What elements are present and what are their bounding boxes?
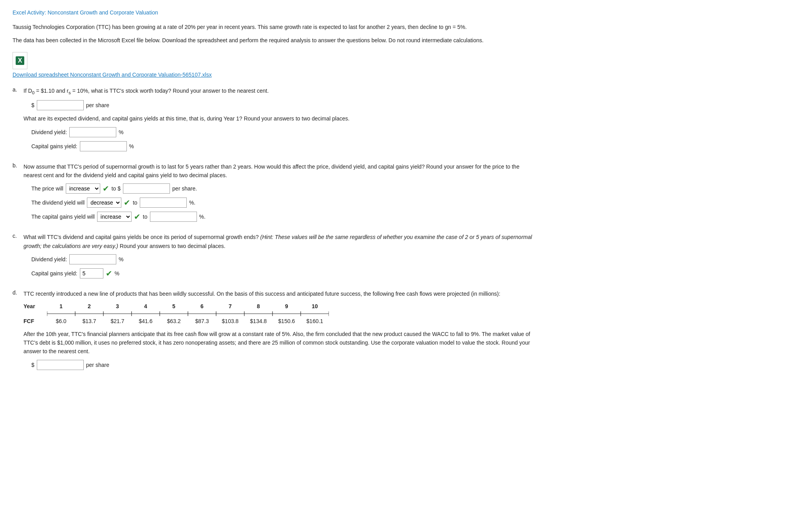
year-5: 5: [160, 303, 188, 309]
fcf-val-2: $13.7: [75, 318, 103, 324]
year-3: 3: [103, 303, 132, 309]
section-c-capital-gains-row: Capital gains yield: ✔ %: [31, 268, 536, 278]
capital-gains-unit-a: %: [129, 143, 134, 149]
section-b-price-row: The price will increase decrease ✔ to $ …: [31, 183, 536, 194]
section-a-capital-gains-row: Capital gains yield: %: [31, 141, 536, 151]
download-link[interactable]: Download spreadsheet Nonconstant Growth …: [13, 72, 212, 78]
year-4: 4: [132, 303, 160, 309]
fcf-val-4: $41.6: [132, 318, 160, 324]
section-b: b. Now assume that TTC's period of super…: [13, 162, 536, 226]
year-label: Year: [23, 303, 47, 309]
timeline-line-container: [47, 310, 536, 317]
section-c-hint-paren: (Hint: These values will be the same reg…: [23, 234, 532, 249]
fcf-val-1: $6.0: [47, 318, 75, 324]
section-b-cg-row: The capital gains yield will increase de…: [31, 212, 536, 222]
div-yield-will-label: The dividend yield will: [31, 199, 85, 206]
dividend-yield-input-c[interactable]: [69, 254, 116, 264]
capital-gains-label-c: Capital gains yield:: [31, 270, 78, 277]
dividend-yield-unit-c: %: [119, 256, 123, 262]
section-d-content: TTC recently introduced a new line of pr…: [23, 289, 536, 374]
section-a-content: If D0 = $1.10 and rs = 10%, what is TTC'…: [23, 86, 536, 155]
dollar-sign-d: $: [31, 362, 34, 368]
timeline-row: [23, 310, 536, 317]
section-a: a. If D0 = $1.10 and rs = 10%, what is T…: [13, 86, 536, 155]
price-check-icon: ✔: [103, 185, 109, 192]
year-2: 2: [75, 303, 103, 309]
price-value-input[interactable]: [123, 183, 170, 194]
fcf-val-5: $63.2: [160, 318, 188, 324]
fcf-val-7: $103.8: [216, 318, 244, 324]
cg-value-input[interactable]: [150, 212, 197, 222]
dividend-yield-label-a: Dividend yield:: [31, 129, 67, 135]
intro-sub-n: n: [448, 24, 451, 30]
fcf-val-10: $160.1: [301, 318, 329, 324]
year-7: 7: [216, 303, 244, 309]
dividend-yield-unit-a: %: [119, 129, 123, 135]
year-numbers-row: 1 2 3 4 5 6 7 8 9 10: [47, 303, 536, 309]
timeline-svg: [47, 310, 329, 317]
stock-worth-input-d[interactable]: [37, 360, 84, 370]
year-1: 1: [47, 303, 75, 309]
div-unit-label: %.: [189, 199, 195, 206]
price-will-label: The price will: [31, 185, 63, 192]
fcf-val-9: $150.6: [272, 318, 301, 324]
fcf-year-header-row: Year 1 2 3 4 5 6 7 8 9 10: [23, 303, 536, 309]
cg-check-icon: ✔: [134, 213, 141, 221]
section-a-sub-question: What are its expected dividend, and capi…: [23, 114, 536, 123]
fcf-numbers: $6.0 $13.7 $21.7 $41.6 $63.2 $87.3 $103.…: [47, 318, 536, 324]
div-direction-dropdown[interactable]: decrease increase: [87, 198, 121, 208]
stock-worth-input[interactable]: [37, 100, 84, 110]
div-check-icon: ✔: [124, 199, 130, 207]
intro-paragraph-2: The data has been collected in the Micro…: [13, 36, 536, 45]
section-c-question: What will TTC's dividend and capital gai…: [23, 233, 536, 250]
year-9: 9: [272, 303, 301, 309]
capital-gains-unit-c: %: [115, 270, 119, 277]
capital-gains-label-a: Capital gains yield:: [31, 143, 78, 149]
year-6: 6: [188, 303, 216, 309]
section-a-dividend-yield-row: Dividend yield: %: [31, 127, 536, 137]
dividend-yield-input-a[interactable]: [69, 127, 116, 137]
cg-unit-label: %.: [199, 214, 206, 220]
section-c-dividend-yield-row: Dividend yield: %: [31, 254, 536, 264]
div-to-label: to: [133, 199, 137, 206]
fcf-table-area: Year 1 2 3 4 5 6 7 8 9 10: [23, 303, 536, 324]
section-d: d. TTC recently introduced a new line of…: [13, 289, 536, 374]
year-8: 8: [244, 303, 272, 309]
section-d-question: TTC recently introduced a new line of pr…: [23, 289, 536, 298]
fcf-val-3: $21.7: [103, 318, 132, 324]
section-a-question: If D0 = $1.10 and rs = 10%, what is TTC'…: [23, 86, 536, 96]
div-yield-value-input[interactable]: [140, 198, 187, 208]
section-a-stock-worth-row: $ per share: [31, 100, 536, 110]
cg-direction-dropdown[interactable]: increase decrease: [97, 212, 132, 222]
fcf-val-6: $87.3: [188, 318, 216, 324]
price-unit-label: per share.: [172, 185, 197, 192]
section-d-letter: d.: [13, 289, 23, 296]
price-direction-dropdown[interactable]: increase decrease: [66, 183, 100, 194]
fcf-label: FCF: [23, 318, 47, 324]
excel-download-area: X: [13, 52, 536, 69]
hint-italic: Hint:: [262, 234, 273, 240]
section-c-letter: c.: [13, 233, 23, 239]
excel-x-symbol: X: [16, 56, 24, 65]
section-c: c. What will TTC's dividend and capital …: [13, 233, 536, 282]
section-b-letter: b.: [13, 162, 23, 169]
section-b-content: Now assume that TTC's period of supernor…: [23, 162, 536, 226]
excel-icon: X: [13, 52, 27, 69]
section-b-question: Now assume that TTC's period of supernor…: [23, 162, 536, 180]
page-title: Excel Activity: Nonconstant Growth and C…: [13, 9, 536, 16]
year-10: 10: [301, 303, 329, 309]
capital-gains-input-a[interactable]: [80, 141, 127, 151]
dollar-sign-a: $: [31, 102, 34, 108]
intro-paragraph-1: Taussig Technologies Corporation (TTC) h…: [13, 23, 536, 31]
cg-c-check-icon: ✔: [106, 269, 112, 277]
section-d-after-text: After the 10th year, TTC's financial pla…: [23, 330, 536, 356]
section-d-stock-worth-row: $ per share: [31, 360, 536, 370]
fcf-val-8: $134.8: [244, 318, 272, 324]
section-b-div-yield-row: The dividend yield will decrease increas…: [31, 198, 536, 208]
per-share-label-a: per share: [86, 102, 109, 108]
cg-will-label: The capital gains yield will: [31, 214, 95, 220]
capital-gains-input-c[interactable]: [80, 268, 103, 278]
cg-to-label: to: [143, 214, 148, 220]
per-share-label-d: per share: [86, 362, 109, 368]
section-c-content: What will TTC's dividend and capital gai…: [23, 233, 536, 282]
